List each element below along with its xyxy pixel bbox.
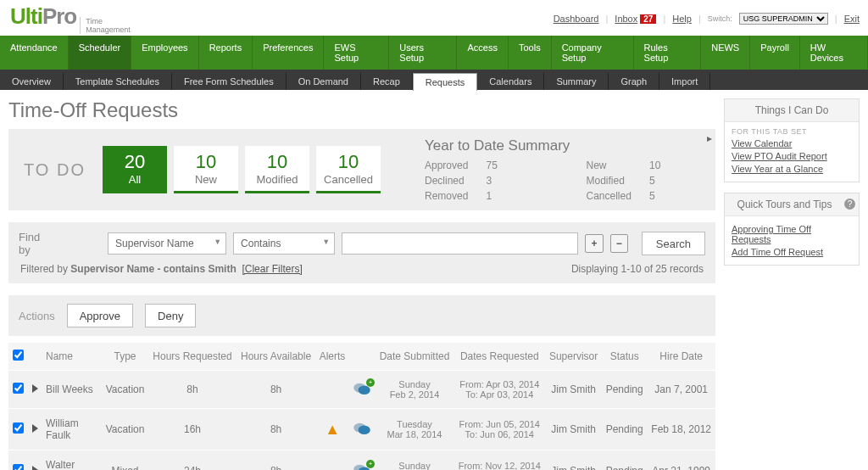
cell-type: Mixed	[102, 450, 148, 471]
nav-access[interactable]: Access	[457, 36, 508, 70]
things-subtitle: FOR THIS TAB SET	[732, 127, 852, 136]
nav-users-setup[interactable]: Users Setup	[389, 36, 457, 70]
side-link-add-time-off-request[interactable]: Add Time Off Request	[732, 247, 852, 257]
requests-table: NameTypeHours RequestedHours AvailableAl…	[8, 343, 715, 470]
row-checkbox[interactable]	[13, 383, 24, 394]
svg-point-3	[359, 425, 370, 434]
exit-link[interactable]: Exit	[844, 14, 860, 24]
cell-hours-available: 8h	[236, 371, 315, 409]
nav-payroll[interactable]: Payroll	[750, 36, 800, 70]
tab-graph[interactable]: Graph	[609, 73, 659, 90]
tab-template-schedules[interactable]: Template Schedules	[64, 73, 172, 90]
actions-label: Actions	[19, 310, 55, 322]
cell-alerts	[315, 450, 349, 471]
deny-button[interactable]: Deny	[145, 304, 196, 327]
cell-hours-requested: 24h	[148, 450, 236, 471]
cell-hire-date: Apr 21, 1999	[647, 450, 715, 471]
main-nav: AttendanceSchedulerEmployeesReportsPrefe…	[0, 36, 868, 70]
things-panel: Things I Can Do FOR THIS TAB SET View Ca…	[724, 98, 860, 182]
tile-all[interactable]: 20All	[103, 146, 167, 193]
row-checkbox[interactable]	[13, 422, 24, 434]
cell-supervisor: Jim Smith	[545, 409, 602, 450]
remove-filter-button[interactable]: −	[610, 234, 628, 253]
switch-user-select[interactable]: USG SUPERADMIN	[739, 13, 828, 25]
nav-reports[interactable]: Reports	[199, 36, 253, 70]
cell-hire-date: Feb 18, 2012	[647, 409, 715, 450]
expand-row-icon[interactable]	[32, 424, 38, 433]
side-link-view-pto-audit-report[interactable]: View PTO Audit Report	[732, 151, 852, 161]
tile-new[interactable]: 10New	[174, 146, 238, 193]
tab-recap[interactable]: Recap	[361, 73, 413, 90]
filter-field-select[interactable]: Supervisor Name	[108, 232, 226, 255]
cell-name: William Faulk	[42, 409, 102, 450]
filter-bar: Find by Supervisor Name Contains + − Sea…	[8, 222, 715, 283]
add-filter-button[interactable]: +	[585, 234, 603, 253]
approve-button[interactable]: Approve	[67, 304, 133, 327]
cell-supervisor: Jim Smith	[545, 371, 602, 409]
cell-type: Vacation	[102, 409, 148, 450]
nav-hw-devices[interactable]: HW Devices	[800, 36, 868, 70]
cell-status: Pending	[602, 450, 647, 471]
cell-date-submitted: TuesdayMar 18, 2014	[376, 409, 454, 450]
findby-label: Find by	[19, 231, 53, 256]
table-row: William FaulkVacation16h8h▲TuesdayMar 18…	[8, 409, 715, 450]
nav-scheduler[interactable]: Scheduler	[69, 36, 132, 70]
cell-name: Bill Weeks	[42, 371, 102, 409]
comment-icon[interactable]: +	[353, 463, 371, 471]
collapse-summary-icon[interactable]: ▸	[704, 129, 715, 148]
nav-company-setup[interactable]: Company Setup	[552, 36, 634, 70]
tab-on-demand[interactable]: On Demand	[287, 73, 361, 90]
tile-modified[interactable]: 10Modified	[245, 146, 309, 193]
cell-hours-available: 8h	[236, 450, 315, 471]
tab-requests[interactable]: Requests	[413, 73, 477, 91]
side-link-approving-time-off-requests[interactable]: Approving Time Off Requests	[732, 224, 852, 244]
tab-overview[interactable]: Overview	[0, 73, 64, 90]
info-icon[interactable]: ?	[844, 199, 855, 210]
clear-filters-link[interactable]: [Clear Filters]	[242, 263, 302, 275]
cell-name: Walter Wallace	[42, 450, 102, 471]
svg-point-1	[359, 385, 370, 394]
cell-status: Pending	[602, 371, 647, 409]
inbox-badge: 27	[640, 14, 656, 24]
cell-alerts	[315, 371, 349, 409]
filter-op-select[interactable]: Contains	[233, 232, 335, 255]
select-all-checkbox[interactable]	[13, 350, 24, 361]
tab-calendars[interactable]: Calendars	[477, 73, 544, 90]
help-link[interactable]: Help	[672, 14, 692, 24]
cell-alerts: ▲	[315, 409, 349, 450]
nav-employees[interactable]: Employees	[131, 36, 198, 70]
tab-import[interactable]: Import	[659, 73, 710, 90]
nav-attendance[interactable]: Attendance	[0, 36, 69, 70]
inbox-link[interactable]: Inbox	[615, 14, 637, 24]
search-button[interactable]: Search	[642, 232, 705, 255]
tile-cancelled[interactable]: 10Cancelled	[316, 146, 381, 193]
expand-row-icon[interactable]	[32, 466, 38, 470]
things-title: Things I Can Do	[725, 99, 859, 122]
cell-hire-date: Jan 7, 2001	[647, 371, 715, 409]
comment-icon[interactable]: +	[353, 382, 371, 395]
ytd-title: Year to Date Summary	[425, 137, 675, 154]
filter-value-input[interactable]	[342, 232, 578, 255]
cell-hours-available: 8h	[236, 409, 315, 450]
warning-icon: ▲	[325, 421, 340, 438]
nav-ews-setup[interactable]: EWS Setup	[324, 36, 389, 70]
comment-icon[interactable]	[353, 422, 371, 435]
expand-row-icon[interactable]	[32, 384, 38, 393]
paging-text: Displaying 1-10 of 25 records	[571, 263, 704, 275]
nav-rules-setup[interactable]: Rules Setup	[634, 36, 702, 70]
sub-nav: OverviewTemplate SchedulesFree Form Sche…	[0, 70, 868, 90]
tours-panel: Quick Tours and Tips? Approving Time Off…	[724, 193, 860, 266]
tab-free-form-schedules[interactable]: Free Form Schedules	[172, 73, 287, 90]
nav-tools[interactable]: Tools	[509, 36, 552, 70]
dashboard-link[interactable]: Dashboard	[554, 14, 599, 24]
nav-preferences[interactable]: Preferences	[253, 36, 324, 70]
tours-title: Quick Tours and Tips	[737, 199, 832, 210]
cell-dates-requested: From: Jun 05, 2014To: Jun 06, 2014	[453, 409, 545, 450]
side-link-view-calendar[interactable]: View Calendar	[732, 138, 852, 148]
cell-dates-requested: From: Apr 03, 2014To: Apr 03, 2014	[453, 371, 545, 409]
tab-summary[interactable]: Summary	[544, 73, 609, 90]
cell-date-submitted: SundayNov 2, 2014	[376, 450, 454, 471]
side-link-view-year-at-a-glance[interactable]: View Year at a Glance	[732, 164, 852, 174]
row-checkbox[interactable]	[13, 464, 24, 470]
nav-news[interactable]: NEWS	[701, 36, 750, 70]
